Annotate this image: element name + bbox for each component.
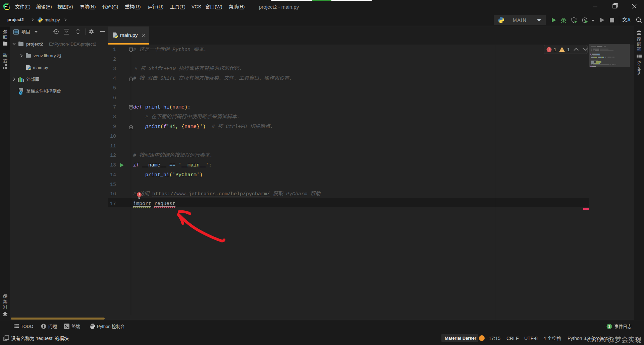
svg-text:PC: PC <box>5 5 9 8</box>
svg-text:1: 1 <box>608 325 610 328</box>
